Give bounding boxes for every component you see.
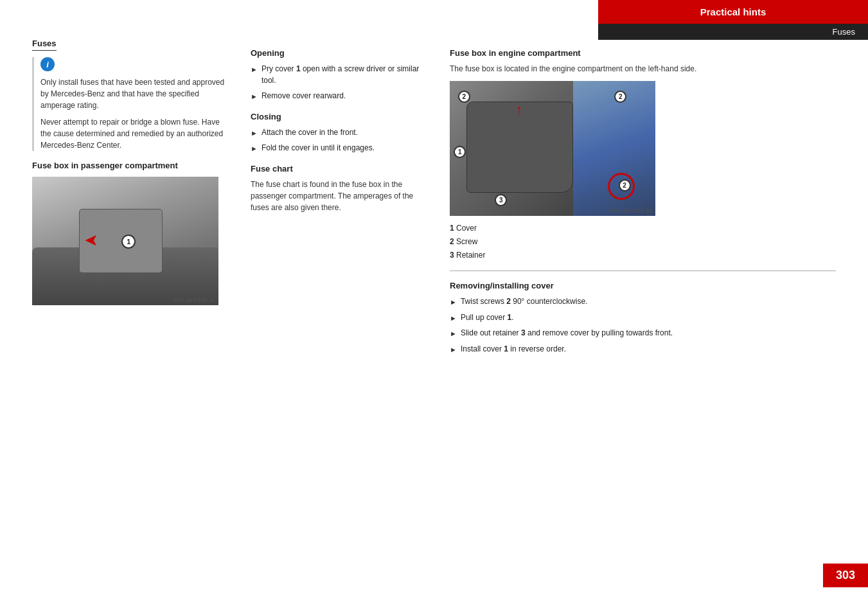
opening-title: Opening <box>251 48 424 58</box>
removing-text-1: Twist screws 2 90° counterclockwise. <box>461 296 836 307</box>
removing-item-3: ► Slide out retainer 3 and remove cover … <box>450 327 836 339</box>
removing-text-4: Install cover 1 in reverse order. <box>461 343 836 355</box>
info-box: i Only install fuses that have been test… <box>32 57 231 151</box>
closing-item-2: ► Fold the cover in until it engages. <box>251 142 424 154</box>
removing-text-2: Pull up cover 1. <box>461 312 836 323</box>
removing-arrow-2: ► <box>450 313 457 324</box>
parts-item-2: 2 Screw <box>450 236 836 247</box>
page-number: 303 <box>836 569 855 582</box>
removing-item-4: ► Install cover 1 in reverse order. <box>450 343 836 355</box>
badge-2-topleft: 2 <box>458 91 470 103</box>
engine-image-ref: PS4-1b-2392-31 <box>610 208 652 214</box>
removing-item-1: ► Twist screws 2 90° counterclockwise. <box>450 296 836 308</box>
engine-image-inner: 2 2 1 3 2 ↑ PS4-1b-2392-31 <box>450 81 655 216</box>
bullet-arrow-2: ► <box>251 91 258 102</box>
info-text-2: Never attempt to repair or bridge a blow… <box>40 116 231 151</box>
red-circle <box>608 173 635 200</box>
info-icon: i <box>40 57 55 71</box>
engine-compartment-title: Fuse box in engine compartment <box>450 48 836 58</box>
engine-fuse-image: 2 2 1 3 2 ↑ PS4-1b-2392-31 <box>450 81 655 216</box>
passenger-compartment-title: Fuse box in passenger compartment <box>32 161 231 170</box>
parts-list: 1 Cover 2 Screw 3 Retainer <box>450 222 836 261</box>
content-area: Fuses i Only install fuses that have bee… <box>0 0 868 391</box>
red-arrow: ➤ <box>84 231 98 251</box>
fuses-bar: Fuses <box>598 24 868 40</box>
practical-hints-bar: Practical hints <box>598 0 868 24</box>
parts-item-3: 3 Retainer <box>450 249 836 261</box>
opening-item-1: ► Pry cover 1 open with a screw driver o… <box>251 63 424 86</box>
parts-item-1: 1 Cover <box>450 222 836 234</box>
removing-arrow-4: ► <box>450 344 457 355</box>
bullet-arrow-3: ► <box>251 128 258 139</box>
badge-2-topright: 2 <box>614 91 626 103</box>
closing-item-1: ► Attach the cover in the front. <box>251 127 424 139</box>
closing-text-1: Attach the cover in the front. <box>261 127 424 138</box>
opening-item-2: ► Remove cover rearward. <box>251 90 424 102</box>
closing-title: Closing <box>251 112 424 121</box>
removing-arrow-3: ► <box>450 328 457 339</box>
bullet-arrow-1: ► <box>251 64 258 75</box>
practical-hints-title: Practical hints <box>700 6 766 17</box>
section-divider <box>450 271 836 271</box>
middle-column: Opening ► Pry cover 1 open with a screw … <box>251 39 443 359</box>
removing-text-3: Slide out retainer 3 and remove cover by… <box>461 327 836 339</box>
right-column: Fuse box in engine compartment The fuse … <box>443 39 836 359</box>
bullet-arrow-4: ► <box>251 143 258 154</box>
page-number-box: 303 <box>823 564 868 587</box>
fuse-chart-title: Fuse chart <box>251 164 424 173</box>
opening-text-2: Remove cover rearward. <box>261 90 424 102</box>
header-section: Practical hints Fuses <box>598 0 868 40</box>
page-container: Practical hints Fuses Fuses i Only insta… <box>0 0 868 613</box>
passenger-fuse-image: 1 ➤ P54-1b-2392-31 <box>32 177 218 305</box>
removing-arrow-1: ► <box>450 297 457 308</box>
fuses-section-title: Fuses <box>32 39 57 51</box>
fuse-chart-text: The fuse chart is found in the fuse box … <box>251 179 424 213</box>
removing-title: Removing/installing cover <box>450 281 836 290</box>
passenger-image-ref: P54-1b-2392-31 <box>173 297 215 303</box>
info-text-1: Only install fuses that have been tested… <box>40 76 231 111</box>
opening-text-1: Pry cover 1 open with a screw driver or … <box>261 63 424 86</box>
passenger-fuse-image-inner: 1 ➤ P54-1b-2392-31 <box>32 177 218 305</box>
up-arrow-red: ↑ <box>515 102 522 118</box>
engine-intro-text: The fuse box is located in the engine co… <box>450 63 836 75</box>
fuses-bar-label: Fuses <box>833 27 855 37</box>
left-column: Fuses i Only install fuses that have bee… <box>32 39 251 359</box>
closing-text-2: Fold the cover in until it engages. <box>261 142 424 154</box>
removing-item-2: ► Pull up cover 1. <box>450 312 836 324</box>
